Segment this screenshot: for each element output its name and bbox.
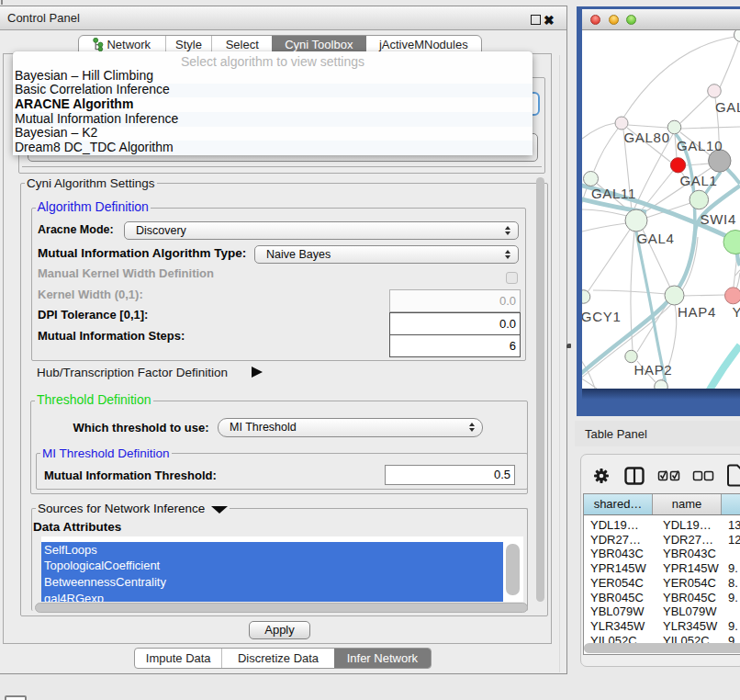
svg-text:GAL11: GAL11 (591, 186, 636, 201)
svg-text:GAL1: GAL1 (680, 173, 718, 188)
svg-text:HAP4: HAP4 (678, 304, 716, 320)
svg-text:Y: Y (733, 304, 740, 320)
svg-text:GCY1: GCY1 (582, 309, 621, 324)
svg-text:GAL: GAL (715, 99, 740, 115)
svg-text:HAP2: HAP2 (633, 362, 672, 378)
svg-text:GAL4: GAL4 (637, 231, 675, 246)
svg-text:SWI4: SWI4 (701, 211, 736, 227)
svg-text:GAL10: GAL10 (677, 138, 723, 153)
svg-text:GAL80: GAL80 (624, 130, 670, 145)
